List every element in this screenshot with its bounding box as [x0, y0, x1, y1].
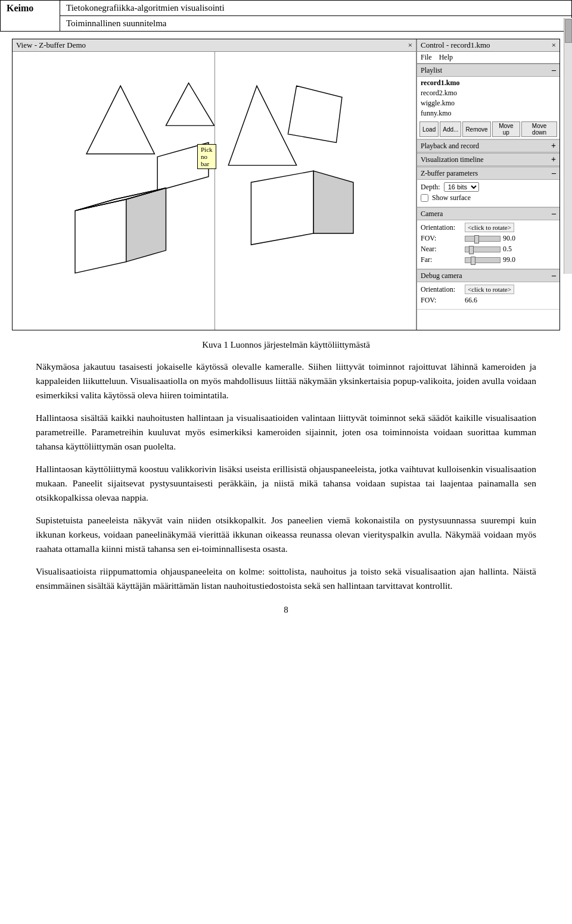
header-left: Keimo: [1, 1, 60, 32]
paragraph-3: Supistetuista paneeleista näkyvät vain n…: [36, 513, 536, 556]
svg-marker-9: [251, 171, 313, 245]
playback-header: Playback and record +: [417, 139, 559, 152]
pick-tooltip: Pick no bar: [197, 144, 216, 169]
camera-near-value: 0.5: [503, 245, 512, 254]
control-close-button[interactable]: ×: [552, 40, 556, 50]
view-titlebar: View - Z-buffer Demo ×: [13, 39, 416, 52]
playlist-header: Playlist –: [417, 64, 559, 77]
zbuffer-content: Depth: 16 bits 8 bits 32 bits Show surfa…: [417, 180, 559, 207]
debug-fov-row: FOV: 66.6: [421, 296, 556, 305]
camera-fov-label: FOV:: [421, 234, 462, 243]
camera-far-row: Far: 99.0: [421, 255, 556, 264]
debug-camera-header: Debug camera –: [417, 269, 559, 282]
playlist-moveup-button[interactable]: Move up: [492, 121, 520, 137]
playlist-load-button[interactable]: Load: [419, 121, 439, 137]
playlist-item-1[interactable]: record2.kmo: [419, 88, 557, 98]
playlist-item-0[interactable]: record1.kmo: [419, 78, 557, 88]
camera-label: Camera: [421, 210, 443, 218]
camera-orientation-row: Orientation: <click to rotate>: [421, 223, 556, 232]
svg-marker-8: [288, 86, 342, 142]
playlist-expand-button[interactable]: –: [552, 65, 556, 75]
page-number: 8: [0, 605, 572, 615]
playlist-section: Playlist – record1.kmo record2.kmo wiggl…: [417, 64, 559, 139]
playback-expand-button[interactable]: +: [551, 141, 556, 151]
visualization-header: Visualization timeline +: [417, 153, 559, 166]
visualization-expand-button[interactable]: +: [551, 155, 556, 164]
zbuffer-surface-row: Show surface: [421, 193, 556, 202]
playlist-buttons: Load Add... Remove Move up Move down: [417, 120, 559, 139]
svg-marker-7: [228, 86, 296, 165]
camera-section: Camera – Orientation: <click to rotate> …: [417, 207, 559, 269]
camera-near-row: Near: 0.5: [421, 245, 556, 254]
zbuffer-expand-button[interactable]: –: [552, 168, 556, 178]
paragraph-4: Visualisaatioista riippumattomia ohjausp…: [36, 564, 536, 593]
debug-content: Orientation: <click to rotate> FOV: 66.6: [417, 282, 559, 309]
camera-header: Camera –: [417, 207, 559, 220]
paragraph-1: Hallintaosa sisältää kaikki nauhoitusten…: [36, 411, 536, 454]
playlist-list: record1.kmo record2.kmo wiggle.kmo funny…: [417, 77, 559, 120]
playback-label: Playback and record: [421, 142, 479, 151]
control-menubar: File Help: [417, 52, 559, 64]
zbuffer-depth-row: Depth: 16 bits 8 bits 32 bits: [421, 182, 556, 192]
visualization-section: Visualization timeline +: [417, 153, 559, 167]
paragraph-2: Hallintaosan käyttöliittymä koostuu vali…: [36, 462, 536, 505]
paragraph-0: Näkymäosa jakautuu tasaisesti jokaiselle…: [36, 360, 536, 402]
debug-camera-label: Debug camera: [421, 271, 462, 280]
debug-orientation-row: Orientation: <click to rotate>: [421, 285, 556, 294]
zbuffer-section: Z-buffer parameters – Depth: 16 bits 8 b…: [417, 167, 559, 207]
zbuffer-header: Z-buffer parameters –: [417, 167, 559, 180]
svg-marker-4: [126, 188, 166, 262]
zbuffer-label: Z-buffer parameters: [421, 169, 478, 178]
camera-orientation-label: Orientation:: [421, 223, 462, 232]
playlist-movedown-button[interactable]: Move down: [521, 121, 557, 137]
camera-expand-button[interactable]: –: [552, 209, 556, 218]
camera-fov-value: 90.0: [503, 234, 515, 243]
menu-help[interactable]: Help: [439, 53, 453, 62]
camera-near-label: Near:: [421, 245, 462, 254]
ui-mockup: View - Z-buffer Demo × Pick no bar: [12, 39, 560, 330]
control-panel: Control - record1.kmo × File Help Playli…: [416, 39, 559, 330]
caption: Kuva 1 Luonnos järjestelmän käyttöliitty…: [12, 340, 560, 350]
debug-camera-section: Debug camera – Orientation: <click to ro…: [417, 269, 559, 310]
playback-section: Playback and record +: [417, 139, 559, 153]
zbuffer-surface-checkbox[interactable]: [421, 194, 428, 202]
control-body: Playlist – record1.kmo record2.kmo wiggl…: [417, 64, 559, 330]
debug-camera-expand-button[interactable]: –: [552, 271, 556, 280]
playlist-item-3[interactable]: funny.kmo: [419, 108, 557, 118]
visualization-label: Visualization timeline: [421, 155, 484, 164]
debug-fov-label: FOV:: [421, 296, 462, 305]
zbuffer-depth-label: Depth:: [421, 183, 440, 192]
svg-marker-10: [313, 171, 353, 233]
camera-orientation-button[interactable]: <click to rotate>: [465, 223, 514, 232]
zbuffer-depth-select[interactable]: 16 bits 8 bits 32 bits: [444, 182, 479, 192]
svg-marker-3: [75, 199, 126, 273]
camera-content: Orientation: <click to rotate> FOV: 90.0…: [417, 220, 559, 269]
view-content: Pick no bar: [13, 52, 416, 330]
view-close-button[interactable]: ×: [408, 40, 412, 50]
debug-orientation-button[interactable]: <click to rotate>: [465, 285, 514, 294]
header-table: Keimo Tietokonegrafiikka-algoritmien vis…: [0, 0, 572, 32]
playlist-add-button[interactable]: Add...: [440, 121, 461, 137]
control-titlebar: Control - record1.kmo ×: [417, 39, 559, 52]
debug-fov-value: 66.6: [465, 296, 477, 305]
playlist-remove-button[interactable]: Remove: [462, 121, 490, 137]
camera-far-slider[interactable]: [465, 257, 500, 263]
playlist-item-2[interactable]: wiggle.kmo: [419, 98, 557, 108]
header-title: Tietokonegrafiikka-algoritmien visualiso…: [60, 1, 572, 16]
svg-marker-1: [166, 83, 214, 125]
camera-near-slider[interactable]: [465, 246, 500, 252]
camera-far-label: Far:: [421, 255, 462, 264]
camera-far-value: 99.0: [503, 255, 515, 264]
zbuffer-surface-label: Show surface: [432, 193, 471, 202]
menu-file[interactable]: File: [421, 53, 432, 62]
header-subtitle: Toiminnallinen suunnitelma: [60, 16, 572, 32]
camera-fov-slider[interactable]: [465, 236, 500, 242]
playlist-label: Playlist: [421, 66, 442, 75]
camera-fov-row: FOV: 90.0: [421, 234, 556, 243]
view-title: View - Z-buffer Demo: [16, 40, 86, 50]
debug-orientation-label: Orientation:: [421, 285, 462, 294]
view-window: View - Z-buffer Demo × Pick no bar: [13, 39, 416, 330]
body-text: Näkymäosa jakautuu tasaisesti jokaiselle…: [36, 360, 536, 593]
svg-marker-0: [86, 86, 154, 154]
control-title: Control - record1.kmo: [421, 40, 490, 50]
